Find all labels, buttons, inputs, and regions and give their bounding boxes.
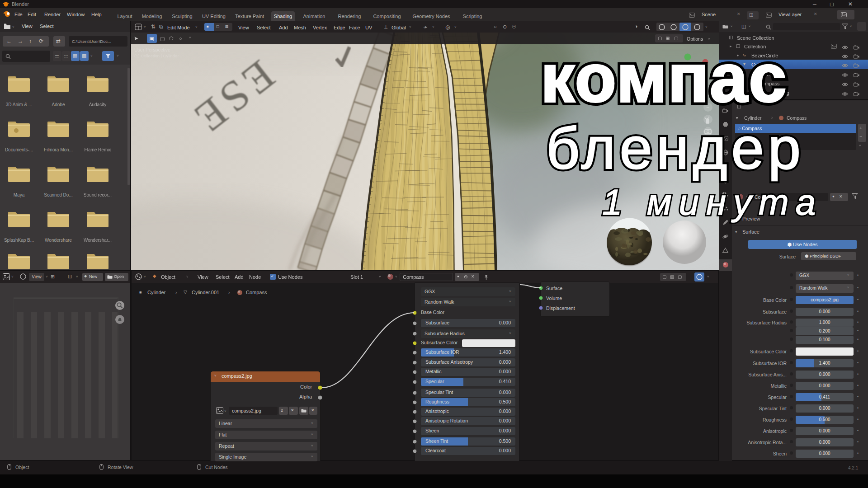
svg-text:−: − xyxy=(706,104,709,111)
svg-text:+: + xyxy=(706,89,709,95)
